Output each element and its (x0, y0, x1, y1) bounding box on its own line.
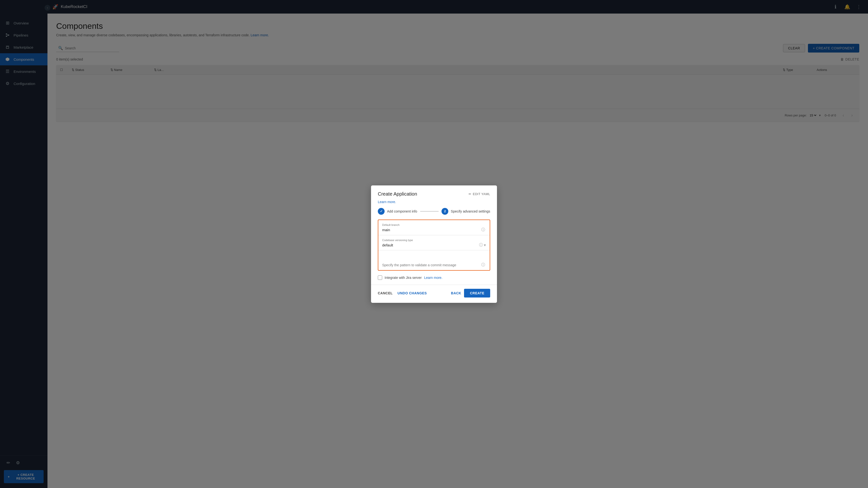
default-branch-input[interactable] (382, 227, 480, 232)
step-2-circle: 2 (441, 208, 448, 215)
versioning-type-label: Codebase versioning type (382, 239, 486, 241)
default-branch-label: Default branch (382, 223, 486, 226)
jira-learn-more-link[interactable]: Learn more. (424, 276, 442, 280)
default-branch-info-icon[interactable]: ⓘ (480, 227, 486, 233)
dialog-form: Default branch ⓘ Codebase versioning typ… (378, 220, 490, 271)
commit-pattern-info-icon[interactable]: ⓘ (480, 262, 486, 268)
jira-checkbox[interactable] (378, 275, 382, 280)
footer-right: BACK CREATE (451, 289, 490, 297)
versioning-chevron-icon: ▾ (484, 243, 486, 248)
undo-changes-button[interactable]: UNDO CHANGES (397, 289, 427, 297)
form-field-default-branch: Default branch ⓘ (378, 220, 490, 235)
form-field-versioning-type: Codebase versioning type default edp ⓘ ▾ (378, 235, 490, 250)
step-1-label: Add component info (387, 209, 417, 213)
create-button[interactable]: CREATE (464, 289, 490, 297)
modal-overlay: Create Application ✏ EDIT YAML Learn mor… (0, 0, 868, 488)
dialog-footer: CANCEL UNDO CHANGES BACK CREATE (371, 285, 497, 303)
footer-left: CANCEL UNDO CHANGES (378, 289, 427, 297)
dialog-learn-more-link[interactable]: Learn more. (378, 200, 396, 204)
versioning-info-icon[interactable]: ⓘ (479, 242, 483, 248)
create-application-dialog: Create Application ✏ EDIT YAML Learn mor… (371, 186, 497, 303)
back-button[interactable]: BACK (451, 289, 461, 297)
versioning-type-select[interactable]: default edp (382, 243, 479, 247)
dialog-steps: ✓ Add component info 2 Specify advanced … (371, 208, 497, 220)
step-2-label: Specify advanced settings (451, 209, 490, 213)
dialog-learn-more: Learn more. (371, 200, 497, 208)
form-field-commit-pattern: ⓘ (378, 250, 490, 270)
edit-yaml-button[interactable]: ✏ EDIT YAML (469, 192, 490, 196)
cancel-button[interactable]: CANCEL (378, 289, 393, 297)
step-1-circle: ✓ (378, 208, 384, 215)
edit-yaml-label: EDIT YAML (473, 192, 490, 196)
step-connector (420, 211, 439, 212)
jira-label[interactable]: Integrate with Jira server (384, 276, 422, 280)
pencil-icon: ✏ (469, 192, 471, 196)
dialog-header: Create Application ✏ EDIT YAML (371, 186, 497, 200)
dialog-title: Create Application (378, 191, 417, 197)
jira-checkbox-row: Integrate with Jira server Learn more. (371, 275, 497, 285)
step-1: ✓ Add component info (378, 208, 417, 215)
step-2: 2 Specify advanced settings (441, 208, 490, 215)
commit-pattern-input[interactable] (382, 263, 480, 267)
